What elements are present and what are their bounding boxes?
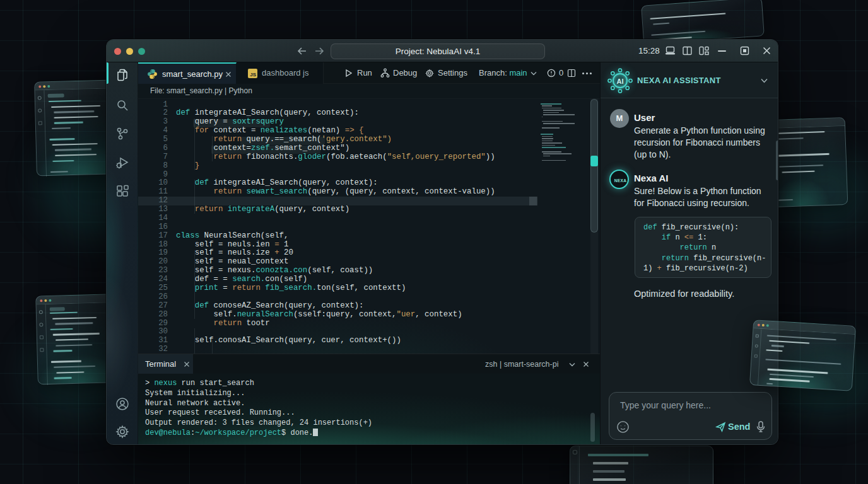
svg-text:AI: AI (617, 78, 624, 85)
